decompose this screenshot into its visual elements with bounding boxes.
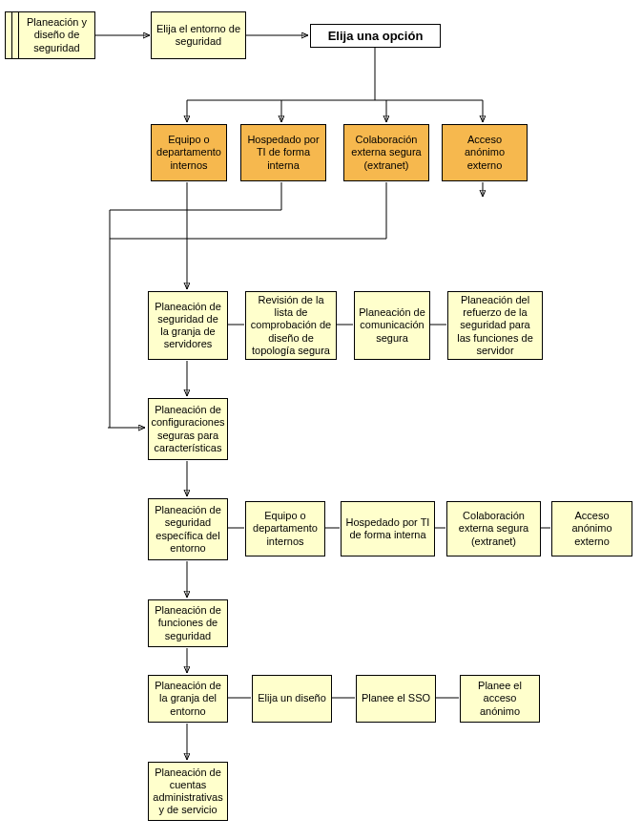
- farm-sso: Planee el SSO: [356, 675, 436, 723]
- node-choose-option: Elija una opción: [310, 24, 441, 48]
- col-admin: Planeación de cuentas administrativas y …: [148, 762, 228, 821]
- col-farm: Planeación de la granja del entorno: [148, 675, 228, 723]
- farm-anon: Planee el acceso anónimo: [460, 675, 540, 723]
- env-internal: Equipo o departamento internos: [245, 501, 325, 556]
- mid-topology-review: Revisión de la lista de comprobación de …: [245, 291, 337, 360]
- col-envsec: Planeación de seguridad específica del e…: [148, 498, 228, 560]
- mid-comm: Planeación de comunicación segura: [354, 291, 430, 360]
- env-hosted: Hospedado por TI de forma interna: [341, 501, 435, 556]
- env-extranet: Colaboración externa segura (extranet): [446, 501, 541, 556]
- col-config: Planeación de configuraciones seguras pa…: [148, 398, 228, 460]
- option-internal-team: Equipo o departamento internos: [151, 124, 227, 181]
- node-choose-env: Elija el entorno de seguridad: [151, 11, 246, 59]
- node-start: Planeación y diseño de seguridad: [18, 11, 95, 59]
- col-funcs: Planeación de funciones de seguridad: [148, 599, 228, 647]
- farm-choose-design: Elija un diseño: [252, 675, 332, 723]
- option-extranet: Colaboración externa segura (extranet): [343, 124, 429, 181]
- option-hosted-it: Hospedado por TI de forma interna: [240, 124, 326, 181]
- mid-farm-security: Planeación de seguridad de la granja de …: [148, 291, 228, 360]
- env-anon: Acceso anónimo externo: [551, 501, 632, 556]
- flowchart-canvas: Planeación y diseño de seguridad Elija e…: [0, 0, 642, 840]
- mid-hardening: Planeación del refuerzo de la seguridad …: [447, 291, 543, 360]
- option-anonymous: Acceso anónimo externo: [442, 124, 528, 181]
